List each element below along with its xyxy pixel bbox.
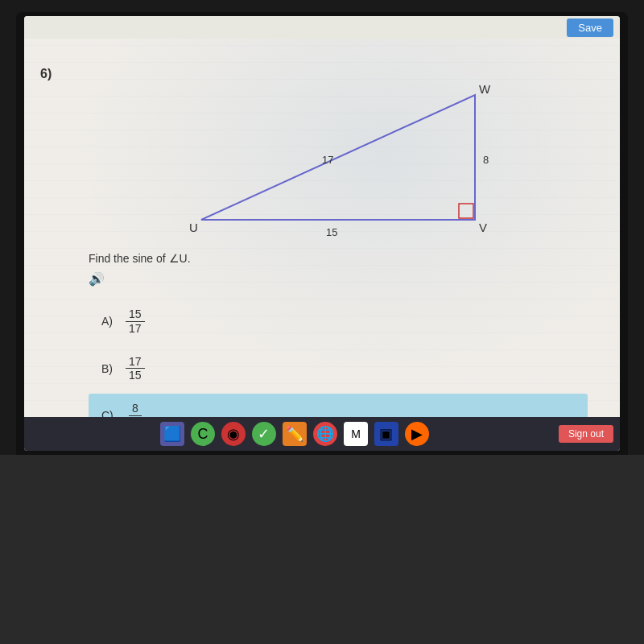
- denominator-a: 17: [126, 322, 145, 336]
- taskbar-icon-blue[interactable]: ▣: [374, 422, 398, 446]
- horizontal-label: 15: [326, 226, 337, 238]
- option-letter-b: B): [101, 362, 126, 375]
- find-text: Find the sine of ∠U.: [89, 252, 588, 265]
- vertex-u-label: U: [189, 221, 198, 234]
- question-number: 6): [40, 67, 52, 81]
- option-letter-a: A): [101, 315, 126, 328]
- triangle-diagram: U V W 17 8 15: [185, 71, 523, 248]
- taskbar: 🟦 C ◉ ✓ ✏️ 🌐 M ▣ ▶ Sign out: [24, 417, 620, 451]
- fraction-b: 17 15: [126, 355, 145, 383]
- taskbar-icon-red[interactable]: ◉: [221, 422, 246, 446]
- taskbar-icon-pencil[interactable]: ✏️: [283, 422, 307, 446]
- taskbar-icon-gmail[interactable]: M: [344, 422, 368, 446]
- answer-option-b[interactable]: B) 17 15: [89, 347, 588, 391]
- vertex-v-label: V: [479, 221, 487, 234]
- taskbar-icons: 🟦 C ◉ ✓ ✏️ 🌐 M ▣ ▶: [31, 422, 559, 446]
- right-angle-marker: [459, 204, 473, 218]
- vertex-w-label: W: [479, 82, 491, 96]
- save-button[interactable]: Save: [567, 19, 613, 37]
- content-area: 6) U V W 17: [24, 39, 620, 417]
- audio-button[interactable]: 🔊: [89, 271, 105, 287]
- laptop-screen: Save 6) U V W: [24, 16, 620, 451]
- triangle-svg: U V W 17 8 15: [185, 71, 523, 248]
- fraction-a: 15 17: [126, 308, 145, 336]
- speaker-icon: 🔊: [89, 271, 105, 287]
- sign-out-button[interactable]: Sign out: [559, 425, 613, 443]
- taskbar-icon-check[interactable]: ✓: [252, 422, 276, 446]
- triangle-shape: [201, 95, 475, 220]
- answer-option-a[interactable]: A) 15 17: [89, 299, 588, 344]
- taskbar-icon-play[interactable]: ▶: [405, 422, 429, 446]
- hypotenuse-label: 17: [322, 154, 333, 166]
- taskbar-icon-browser[interactable]: 🌐: [313, 422, 337, 446]
- top-bar: Save: [24, 16, 620, 39]
- taskbar-icon-teams[interactable]: 🟦: [160, 422, 184, 446]
- numerator-c: 8: [129, 402, 142, 416]
- numerator-b: 17: [126, 355, 145, 369]
- taskbar-icon-chrome[interactable]: C: [191, 422, 215, 446]
- vertical-label: 8: [483, 154, 489, 166]
- numerator-a: 15: [126, 308, 145, 322]
- denominator-b: 15: [126, 369, 145, 382]
- laptop-body: ← C ⬜ ⬜⬜ ○ ○ ◁ ▷ ~ 1 2 3 4 5 6 7 8 9 0 -…: [0, 455, 644, 644]
